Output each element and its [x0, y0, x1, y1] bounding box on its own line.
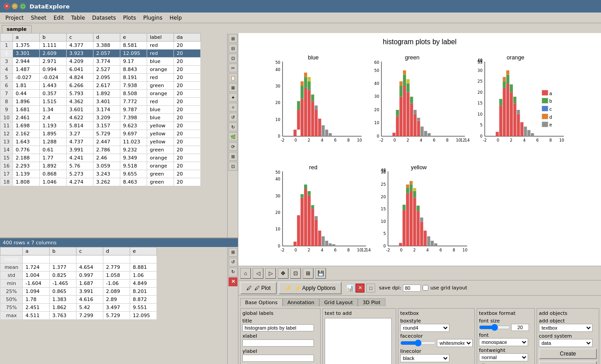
table-cell[interactable]: 6.041: [67, 66, 93, 74]
table-cell[interactable]: 2.617: [93, 82, 120, 90]
table-cell[interactable]: 3.991: [67, 146, 93, 154]
table-cell[interactable]: 1.046: [40, 178, 67, 186]
table-cell[interactable]: 20: [174, 170, 201, 178]
table-cell[interactable]: 9.518: [120, 162, 147, 170]
table-cell[interactable]: blue: [147, 106, 174, 114]
table-cell[interactable]: 20: [174, 42, 201, 50]
coord-system-select[interactable]: data: [539, 339, 593, 347]
table-cell[interactable]: red: [147, 42, 174, 50]
col-header-d[interactable]: d: [93, 33, 120, 42]
table-row[interactable]: 162.2931.8925.763.0599.518orange20: [0, 162, 201, 170]
table-cell[interactable]: 3.262: [93, 178, 120, 186]
table-cell[interactable]: 1.375: [13, 42, 40, 50]
table-cell[interactable]: orange: [147, 90, 174, 98]
plot-button[interactable]: 🖊 🖊 Plot: [240, 282, 277, 294]
facecolor-select[interactable]: whitesmoke: [437, 339, 473, 347]
minimize-button[interactable]: ─: [12, 3, 18, 9]
table-cell[interactable]: 0.776: [13, 146, 40, 154]
tb-btn-2[interactable]: ⊟: [229, 44, 237, 53]
table-cell[interactable]: 2.786: [93, 146, 120, 154]
table-cell[interactable]: 7.938: [120, 82, 147, 90]
col-header-a[interactable]: a: [13, 33, 40, 42]
table-cell[interactable]: 4.622: [67, 114, 93, 122]
menu-sheet[interactable]: Sheet: [27, 14, 50, 22]
table-cell[interactable]: 3.388: [93, 42, 120, 50]
table-cell[interactable]: 2.971: [40, 58, 67, 66]
table-cell[interactable]: 20: [174, 98, 201, 106]
menu-datasets[interactable]: Datasets: [89, 14, 119, 22]
table-cell[interactable]: 20: [174, 146, 201, 154]
table-cell[interactable]: 2.527: [93, 66, 120, 74]
table-cell[interactable]: 20: [174, 66, 201, 74]
table-row[interactable]: 81.8961.5154.3623.4017.772red20: [0, 98, 201, 106]
table-cell[interactable]: 1.895: [40, 130, 67, 138]
table-cell[interactable]: 20: [174, 162, 201, 170]
fontsize-slider[interactable]: [479, 325, 510, 330]
table-row[interactable]: 140.7760.613.9912.7869.232green20: [0, 146, 201, 154]
tb-btn-14[interactable]: ⊡: [229, 162, 237, 171]
facecolor-slider[interactable]: [400, 340, 436, 346]
tab-sample[interactable]: sample: [2, 25, 32, 33]
fontweight-select[interactable]: normal: [479, 353, 528, 361]
table-cell[interactable]: red: [147, 50, 174, 58]
table-cell[interactable]: blue: [147, 58, 174, 66]
table-cell[interactable]: 1.77: [40, 154, 67, 162]
use-grid-checkbox[interactable]: [423, 285, 428, 291]
table-cell[interactable]: 20: [174, 130, 201, 138]
tb-btn-5[interactable]: 📋: [229, 73, 237, 82]
plot-subplots-btn[interactable]: ⊞: [303, 268, 313, 279]
table-cell[interactable]: 2.447: [93, 138, 120, 146]
plot-zoom-btn[interactable]: ⊡: [290, 268, 301, 279]
table-cell[interactable]: green: [147, 82, 174, 90]
table-row[interactable]: 131.6431.2884.7372.44711.023yellow20: [0, 138, 201, 146]
table-row[interactable]: 61.811.4436.2662.6177.938green20: [0, 82, 201, 90]
table-cell[interactable]: 20: [174, 58, 201, 66]
table-cell[interactable]: 9.623: [120, 122, 147, 130]
data-table-wrapper[interactable]: a b c d e label da 11.3751.1114.3773.388…: [0, 33, 227, 238]
table-cell[interactable]: 7.772: [120, 98, 147, 106]
table-cell[interactable]: 4.824: [67, 74, 93, 82]
table-row[interactable]: 70.440.3575.7931.8928.508orange20: [0, 90, 201, 98]
table-cell[interactable]: 1.139: [13, 170, 40, 178]
table-cell[interactable]: green: [147, 178, 174, 186]
table-cell[interactable]: -0.024: [40, 74, 67, 82]
table-cell[interactable]: green: [147, 146, 174, 154]
table-cell[interactable]: 1.288: [40, 138, 67, 146]
table-cell[interactable]: 0.868: [40, 170, 67, 178]
table-cell[interactable]: 5.793: [67, 90, 93, 98]
table-cell[interactable]: 7.398: [120, 114, 147, 122]
table-row[interactable]: 171.1390.8685.2733.2439.655green20: [0, 170, 201, 178]
close-button[interactable]: ✕: [4, 3, 10, 9]
tb-btn-3[interactable]: ⊡: [229, 54, 237, 63]
font-select[interactable]: monospace: [479, 338, 528, 346]
table-cell[interactable]: 2.162: [13, 130, 40, 138]
table-cell[interactable]: 8.581: [120, 42, 147, 50]
table-cell[interactable]: 4.241: [67, 154, 93, 162]
boxstyle-select[interactable]: round4: [400, 324, 449, 332]
table-cell[interactable]: 1.193: [40, 122, 67, 130]
table-cell[interactable]: 0.44: [13, 90, 40, 98]
table-cell[interactable]: red: [147, 74, 174, 82]
table-cell[interactable]: 3.059: [93, 162, 120, 170]
table-cell[interactable]: 20: [174, 154, 201, 162]
table-cell[interactable]: 3.401: [93, 98, 120, 106]
table-cell[interactable]: 4.737: [67, 138, 93, 146]
table-cell[interactable]: 20: [174, 114, 201, 122]
stats-tb-3[interactable]: ↻: [229, 268, 237, 276]
table-cell[interactable]: 1.111: [40, 42, 67, 50]
stats-col-a[interactable]: a: [23, 247, 50, 255]
menu-table[interactable]: Table: [68, 14, 89, 22]
plot-forward-btn[interactable]: ▷: [265, 268, 276, 279]
table-cell[interactable]: 3.301: [13, 50, 40, 58]
table-cell[interactable]: yellow: [147, 122, 174, 130]
table-cell[interactable]: green: [147, 170, 174, 178]
stats-col-e[interactable]: e: [130, 247, 157, 255]
table-cell[interactable]: 0.61: [40, 146, 67, 154]
tb-btn-12[interactable]: ⟳: [229, 142, 237, 151]
table-cell[interactable]: 1.896: [13, 98, 40, 106]
tb-btn-4[interactable]: ✂: [229, 63, 237, 72]
table-cell[interactable]: 5.814: [67, 122, 93, 130]
tb-btn-10[interactable]: ↻: [229, 122, 237, 131]
add-object-select[interactable]: textbox: [539, 324, 593, 332]
table-cell[interactable]: 12.095: [120, 50, 147, 58]
